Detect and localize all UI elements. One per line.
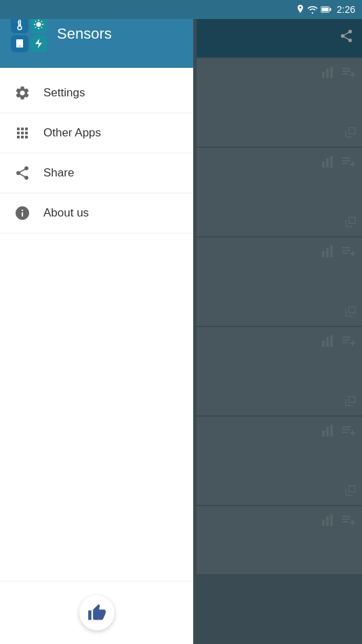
battery-icon — [321, 6, 331, 13]
share-icon — [14, 164, 31, 182]
svg-line-36 — [35, 27, 36, 28]
settings-icon — [14, 84, 31, 102]
other-apps-label: Other Apps — [43, 126, 101, 140]
menu-item-other-apps[interactable]: Other Apps — [0, 113, 193, 153]
grid-icon — [14, 124, 31, 142]
svg-point-28 — [37, 22, 41, 26]
svg-rect-2 — [321, 8, 328, 12]
svg-line-34 — [41, 27, 42, 28]
share-label: Share — [43, 166, 74, 180]
drawer-app-title: Sensors — [57, 25, 112, 43]
svg-rect-1 — [329, 8, 331, 11]
wifi-icon — [307, 5, 318, 14]
menu-item-share[interactable]: Share — [0, 153, 193, 193]
menu-item-settings[interactable]: Settings — [0, 73, 193, 113]
app-icon-phone — [11, 35, 28, 53]
navigation-drawer: Sensors Settings Other Apps — [0, 0, 193, 644]
drawer-footer — [0, 581, 193, 644]
location-icon — [296, 5, 304, 14]
status-bar: 2:26 — [0, 0, 362, 19]
svg-line-35 — [41, 21, 42, 22]
app-icon-lightning — [31, 35, 48, 53]
info-icon — [14, 204, 31, 222]
svg-marker-37 — [35, 39, 42, 48]
svg-point-24 — [18, 26, 21, 29]
status-icons: 2:26 — [296, 4, 355, 15]
drawer-menu: Settings Other Apps Share — [0, 68, 193, 581]
app-icon-grid — [11, 16, 47, 52]
settings-label: Settings — [43, 86, 85, 100]
menu-item-about-us[interactable]: About us — [0, 193, 193, 233]
svg-line-33 — [35, 21, 36, 22]
clock: 2:26 — [337, 4, 355, 15]
about-us-label: About us — [43, 206, 89, 220]
thumbs-up-button[interactable] — [79, 595, 115, 630]
